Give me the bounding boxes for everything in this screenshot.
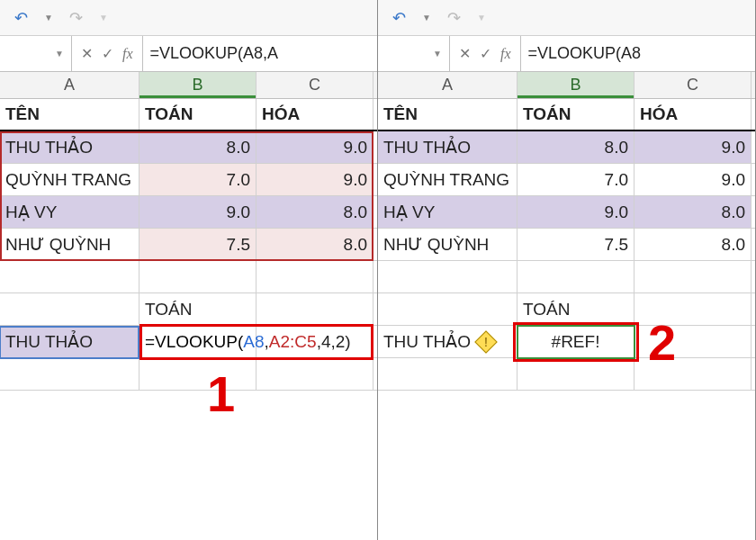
- undo-button[interactable]: ↶: [11, 6, 32, 30]
- cell-B4[interactable]: 9.0: [518, 196, 634, 228]
- redo-dropdown[interactable]: ▼: [473, 11, 490, 24]
- undo-dropdown[interactable]: ▼: [418, 11, 435, 24]
- label-row: TOÁN: [0, 293, 377, 326]
- cell-B1[interactable]: TOÁN: [140, 99, 256, 130]
- cell-A8[interactable]: THU THẢO: [0, 326, 140, 357]
- error-warning-icon[interactable]: !: [474, 330, 497, 353]
- cell-B1[interactable]: TOÁN: [518, 99, 634, 130]
- column-headers: A B C: [378, 72, 755, 99]
- cell-A5[interactable]: NHƯ QUỲNH: [378, 229, 518, 260]
- cell-B5[interactable]: 7.5: [518, 229, 634, 260]
- empty-row: [378, 358, 755, 391]
- cell-B5[interactable]: 7.5: [140, 229, 256, 260]
- name-box[interactable]: ▼: [0, 36, 72, 71]
- cell-C1[interactable]: HÓA: [256, 99, 374, 130]
- cell-B3[interactable]: 7.0: [518, 164, 634, 195]
- table-row: QUỲNH TRANG 7.0 9.0: [378, 164, 755, 196]
- redo-button[interactable]: ↷: [444, 6, 464, 30]
- header-row: TÊN TOÁN HÓA: [378, 99, 755, 131]
- quick-access-toolbar: ↶ ▼ ↷ ▼: [378, 0, 755, 36]
- fx-icon[interactable]: fx: [500, 46, 511, 62]
- formula-bar-buttons: ✕ ✓ fx: [450, 36, 521, 71]
- cells-area: TÊN TOÁN HÓA THU THẢO 8.0 9.0 QUỲNH TRAN…: [0, 99, 377, 391]
- excel-pane-1: ↶ ▼ ↷ ▼ ▼ ✕ ✓ fx =VLOOKUP(A8,A A B C TÊN…: [0, 0, 378, 540]
- cell-B8[interactable]: =VLOOKUP(A8,A2:C5,4,2): [140, 326, 256, 357]
- cancel-icon[interactable]: ✕: [81, 45, 93, 62]
- formula-bar-row: ▼ ✕ ✓ fx =VLOOKUP(A8: [378, 36, 755, 72]
- table-row: HẠ VY 9.0 8.0: [0, 196, 377, 229]
- col-header-C[interactable]: C: [634, 72, 752, 98]
- name-box[interactable]: ▼: [378, 36, 450, 71]
- cell-C2[interactable]: 9.0: [634, 131, 752, 163]
- cell-A1[interactable]: TÊN: [0, 99, 140, 130]
- col-header-C[interactable]: C: [256, 72, 374, 98]
- formula-bar-input[interactable]: =VLOOKUP(A8: [521, 36, 755, 71]
- cell-A3[interactable]: QUỲNH TRANG: [378, 164, 518, 195]
- cell-B7[interactable]: TOÁN: [518, 293, 634, 325]
- cell-A2[interactable]: THU THẢO: [0, 131, 140, 163]
- label-row: TOÁN: [378, 293, 755, 326]
- cell-C4[interactable]: 8.0: [256, 196, 374, 228]
- formula-bar-buttons: ✕ ✓ fx: [72, 36, 143, 71]
- cell-A4[interactable]: HẠ VY: [0, 196, 140, 228]
- redo-dropdown[interactable]: ▼: [95, 11, 112, 24]
- table-row: THU THẢO 8.0 9.0: [378, 131, 755, 164]
- cell-C2[interactable]: 9.0: [256, 131, 374, 163]
- column-headers: A B C: [0, 72, 377, 99]
- spreadsheet-grid[interactable]: A B C TÊN TOÁN HÓA THU THẢO 8.0 9.0 QUỲN…: [378, 72, 755, 540]
- undo-button[interactable]: ↶: [389, 6, 410, 30]
- empty-row: [378, 261, 755, 293]
- empty-row: [0, 358, 377, 391]
- table-row: NHƯ QUỲNH 7.5 8.0: [0, 229, 377, 261]
- cell-A1[interactable]: TÊN: [378, 99, 518, 130]
- quick-access-toolbar: ↶ ▼ ↷ ▼: [0, 0, 377, 36]
- table-row: NHƯ QUỲNH 7.5 8.0: [378, 229, 755, 261]
- chevron-down-icon: ▼: [433, 49, 442, 58]
- cell-B4[interactable]: 9.0: [140, 196, 256, 228]
- table-row: HẠ VY 9.0 8.0: [378, 196, 755, 229]
- cells-area: TÊN TOÁN HÓA THU THẢO 8.0 9.0 QUỲNH TRAN…: [378, 99, 755, 391]
- spreadsheet-grid[interactable]: A B C TÊN TOÁN HÓA THU THẢO 8.0 9.0 QUỲN…: [0, 72, 377, 540]
- chevron-down-icon: ▼: [55, 49, 64, 58]
- cell-A8[interactable]: THU THẢO !: [378, 326, 518, 357]
- cell-A5[interactable]: NHƯ QUỲNH: [0, 229, 140, 260]
- table-row: QUỲNH TRANG 7.0 9.0: [0, 164, 377, 196]
- col-header-A[interactable]: A: [378, 72, 518, 98]
- cell-B2[interactable]: 8.0: [140, 131, 256, 163]
- cell-C5[interactable]: 8.0: [634, 229, 752, 260]
- empty-row: [0, 261, 377, 293]
- accept-icon[interactable]: ✓: [480, 45, 491, 62]
- formula-bar-row: ▼ ✕ ✓ fx =VLOOKUP(A8,A: [0, 36, 377, 72]
- cell-B8[interactable]: #REF!: [518, 326, 634, 357]
- cell-A3[interactable]: QUỲNH TRANG: [0, 164, 140, 195]
- accept-icon[interactable]: ✓: [102, 45, 113, 62]
- lookup-row: THU THẢO ! #REF!: [378, 326, 755, 358]
- cancel-icon[interactable]: ✕: [459, 45, 471, 62]
- cell-C1[interactable]: HÓA: [634, 99, 752, 130]
- header-row: TÊN TOÁN HÓA: [0, 99, 377, 131]
- col-header-A[interactable]: A: [0, 72, 140, 98]
- cell-B2[interactable]: 8.0: [518, 131, 634, 163]
- cell-B7[interactable]: TOÁN: [140, 293, 256, 325]
- col-header-B[interactable]: B: [518, 72, 634, 98]
- lookup-row: THU THẢO =VLOOKUP(A8,A2:C5,4,2): [0, 326, 377, 358]
- fx-icon[interactable]: fx: [122, 46, 133, 62]
- cell-C3[interactable]: 9.0: [634, 164, 752, 195]
- formula-bar-input[interactable]: =VLOOKUP(A8,A: [143, 36, 377, 71]
- cell-C5[interactable]: 8.0: [256, 229, 374, 260]
- cell-A4[interactable]: HẠ VY: [378, 196, 518, 228]
- cell-B3[interactable]: 7.0: [140, 164, 256, 195]
- undo-dropdown[interactable]: ▼: [40, 11, 57, 24]
- table-row: THU THẢO 8.0 9.0: [0, 131, 377, 164]
- cell-C4[interactable]: 8.0: [634, 196, 752, 228]
- excel-pane-2: ↶ ▼ ↷ ▼ ▼ ✕ ✓ fx =VLOOKUP(A8 A B C TÊN T…: [378, 0, 756, 540]
- cell-A2[interactable]: THU THẢO: [378, 131, 518, 163]
- col-header-B[interactable]: B: [140, 72, 256, 98]
- redo-button[interactable]: ↷: [66, 6, 86, 30]
- cell-C3[interactable]: 9.0: [256, 164, 374, 195]
